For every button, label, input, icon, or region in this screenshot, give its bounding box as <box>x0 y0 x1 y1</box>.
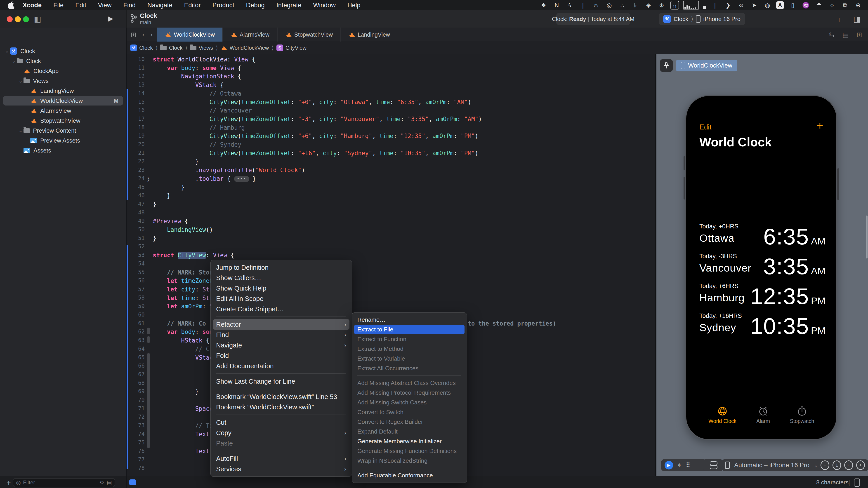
context-menu-show-last-change-for-line[interactable]: Show Last Change for Line <box>213 376 349 387</box>
device-settings-pill[interactable] <box>703 459 723 471</box>
context-menu-cut[interactable]: Cut <box>213 417 349 428</box>
forward-icon[interactable]: › <box>150 31 153 38</box>
code-line-15[interactable]: 15 CityView(timeZoneOffset: "+0", city: … <box>127 98 655 106</box>
code-line-55[interactable]: 55 // MARK: Stored properties <box>127 268 655 277</box>
back-icon[interactable]: ‹ <box>142 31 145 38</box>
context-menu-copy[interactable]: Copy› <box>213 428 349 438</box>
textsniper-icon[interactable]: A <box>776 1 784 9</box>
related-items-icon[interactable]: ⊞ <box>131 31 136 39</box>
context-menu-find[interactable]: Find› <box>213 330 349 340</box>
code-line-56[interactable]: 56 let timeZoneOffset: String <box>127 276 655 285</box>
code-line-59[interactable]: 59 let amOrPm: String <box>127 302 655 311</box>
pin-preview-button[interactable] <box>660 59 673 72</box>
navigator-filter-field[interactable]: ◎ Filter ⟲ ▤ <box>13 478 115 487</box>
code-line-18[interactable]: 18 // Hamburg <box>127 123 655 132</box>
code-line-45[interactable]: 45 } <box>127 183 655 192</box>
live-preview-button[interactable]: ▶ <box>664 461 673 469</box>
code-line-24[interactable]: 24❭ .toolbar { ••• } <box>127 174 655 183</box>
split-editor-icon[interactable]: ⊞ <box>857 31 862 39</box>
zoom-in-button[interactable]: + <box>856 460 865 470</box>
disclosure-chevron-icon[interactable]: ⌄ <box>18 128 24 133</box>
recent-files-icon[interactable]: ⟲ <box>99 480 103 486</box>
clock-row-sydney[interactable]: Today, +16HRSSydney10:35PM <box>700 313 826 341</box>
menu-xcode[interactable]: Xcode <box>17 2 48 8</box>
dropbox-icon[interactable]: ❖ <box>537 2 550 9</box>
code-line-21[interactable]: 21 CityView(timeZoneOffset: "+16", city:… <box>127 149 655 158</box>
binoculars-icon[interactable]: ∞ <box>735 2 748 9</box>
calendar-icon[interactable]: 11 <box>671 1 679 9</box>
phone-tab-world-clock[interactable]: World Clock <box>708 406 737 424</box>
context-menu-edit-all-in-scope[interactable]: Edit All in Scope <box>213 293 349 304</box>
clock-row-vancouver[interactable]: Today, -3HRSVancouver3:35AM <box>700 253 826 282</box>
search-icon[interactable]: ◌ <box>826 2 839 9</box>
divider[interactable]: ❘ <box>708 2 721 9</box>
code-line-58[interactable]: 58 let time: String <box>127 294 655 302</box>
breadcrumb-item[interactable]: WorldClockView <box>221 44 269 51</box>
code-line-17[interactable]: 17 CityView(timeZoneOffset: "-3", city: … <box>127 115 655 123</box>
disclosure-chevron-icon[interactable]: ⌄ <box>4 48 10 54</box>
breadcrumb-item[interactable]: ⚒Clock <box>130 44 153 51</box>
phone-screen[interactable]: Edit + World Clock Today, +0HRSOttawa6:3… <box>689 99 833 436</box>
apple-menu-icon[interactable] <box>8 1 14 9</box>
code-line-52[interactable]: 52 <box>127 242 655 251</box>
cpu-meter-icon[interactable] <box>683 1 699 9</box>
code-line-48[interactable]: 48 <box>127 208 655 217</box>
context-menu-create-code-snippet-[interactable]: Create Code Snippet… <box>213 304 349 314</box>
edit-button[interactable]: Edit <box>700 123 711 131</box>
menu-editor[interactable]: Editor <box>178 2 207 8</box>
add-item-icon[interactable]: ＋ <box>5 478 12 488</box>
context-menu-bookmark-worldclockview-swift-[interactable]: Bookmark “WorldClockView.swift” <box>213 402 349 412</box>
context-menu-jump-to-definition[interactable]: Jump to Definition <box>213 262 349 273</box>
source-control-status-icon[interactable]: ▤ <box>107 480 112 486</box>
selectable-mode-icon[interactable]: ⌖ <box>678 462 681 469</box>
refactor-rename-[interactable]: Rename… <box>354 315 465 325</box>
project-scheme-area[interactable]: Clock main <box>130 12 157 26</box>
record-icon[interactable]: ◎ <box>602 2 616 9</box>
code-line-57[interactable]: 57 let city: String <box>127 285 655 294</box>
device-picker[interactable]: Automatic – iPhone 16 Pro ⌄ <box>721 459 822 471</box>
code-line-13[interactable]: 13 VStack { <box>127 80 655 89</box>
chevron-icon[interactable]: ❯ <box>721 2 735 9</box>
code-line-16[interactable]: 16 // Vancouver <box>127 106 655 115</box>
fold-arrow-icon[interactable]: ❭ <box>147 176 150 182</box>
refactor-add-equatable-conformance[interactable]: Add Equatable Conformance <box>354 470 465 480</box>
add-city-button[interactable]: + <box>817 119 823 132</box>
mem-meter-icon[interactable] <box>703 1 706 9</box>
code-line-14[interactable]: 14 // Ottawa <box>127 89 655 98</box>
variants-grid-icon[interactable]: ⠿ <box>686 462 690 469</box>
menu-integrate[interactable]: Integrate <box>271 2 307 8</box>
refactor-extract-to-file[interactable]: Extract to File <box>354 325 465 334</box>
disclosure-chevron-icon[interactable]: ⌄ <box>11 58 17 64</box>
code-review-icon[interactable]: ⇆ <box>829 31 835 39</box>
context-menu-show-quick-help[interactable]: Show Quick Help <box>213 283 349 293</box>
hotspot-icon[interactable]: ♨ <box>590 2 602 9</box>
zoom-window-button[interactable] <box>23 16 29 22</box>
disclosure-chevron-icon[interactable]: ⌄ <box>18 78 24 84</box>
canvas-scrollbar[interactable] <box>866 216 868 258</box>
sidebar-item-worldclockview[interactable]: WorldClockViewM <box>0 96 126 106</box>
code-line-12[interactable]: 12 NavigationStack { <box>127 72 655 80</box>
flux-icon[interactable]: ϟ <box>563 2 577 9</box>
sidebar-item-preview-content[interactable]: ⌄Preview Content <box>0 126 126 135</box>
tab-WorldClockView[interactable]: WorldClockView <box>157 28 223 41</box>
context-menu-services[interactable]: Services› <box>213 464 349 474</box>
context-menu-autofill[interactable]: AutoFill› <box>213 453 349 464</box>
add-editor-button[interactable]: ＋ <box>835 14 843 25</box>
control-center-icon[interactable]: ⧉ <box>839 2 852 9</box>
sidebar-item-views[interactable]: ⌄Views <box>0 76 126 86</box>
sidebar-item-preview-assets[interactable]: Preview Assets <box>0 135 126 145</box>
sidebar-item-clock[interactable]: ⌄Clock <box>0 56 126 66</box>
phone-tab-alarm[interactable]: Alarm <box>756 406 770 424</box>
sidebar-item-assets[interactable]: Assets <box>0 145 126 156</box>
toggle-inspector-icon[interactable]: ◨ <box>853 14 861 24</box>
menu-navigate[interactable]: Navigate <box>142 2 178 8</box>
breadcrumb-item[interactable]: Views <box>190 45 213 51</box>
context-menu-navigate[interactable]: Navigate› <box>213 340 349 350</box>
tab-LandingView[interactable]: LandingView <box>341 28 398 41</box>
code-line-50[interactable]: 50 LandingView() <box>127 225 655 234</box>
breadcrumb-item[interactable]: Clock <box>160 45 182 51</box>
menu-product[interactable]: Product <box>207 2 240 8</box>
code-fold-pill[interactable]: ••• <box>234 176 249 182</box>
code-line-49[interactable]: 49#Preview { <box>127 217 655 225</box>
paste-icon[interactable]: ➤ <box>748 2 761 9</box>
